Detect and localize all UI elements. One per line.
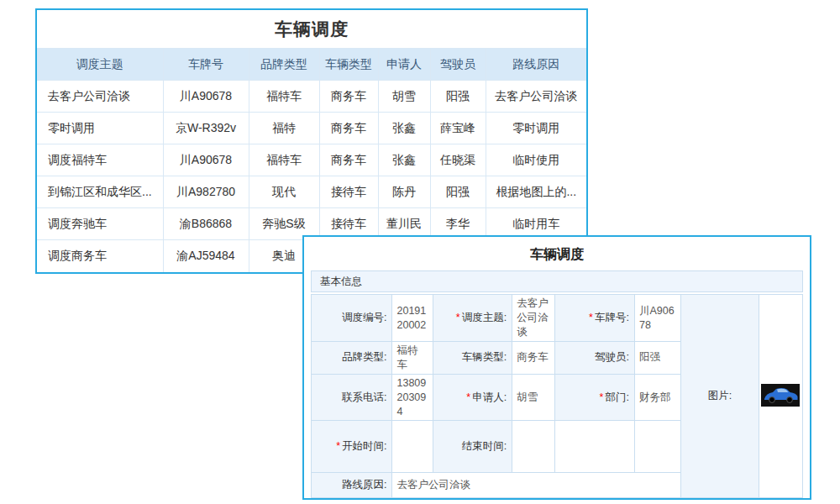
brand-cell: 福特车 xyxy=(249,81,319,113)
col-header-brand: 品牌类型 xyxy=(249,49,319,81)
driver-label: 驾驶员: xyxy=(555,342,634,375)
col-header-reason: 路线原因 xyxy=(486,49,586,81)
detail-panel-title: 车辆调度 xyxy=(304,237,810,270)
empty-cell xyxy=(634,421,680,473)
applicant-cell: 胡雪 xyxy=(378,81,430,113)
driver-value: 阳强 xyxy=(634,342,680,375)
reason-cell: 去客户公司洽谈 xyxy=(486,81,586,113)
plate-link[interactable]: 川A982780 xyxy=(163,176,249,208)
brand-cell: 福特 xyxy=(249,113,319,144)
col-header-subject: 调度主题 xyxy=(37,49,163,81)
table-header-row: 调度主题 车牌号 品牌类型 车辆类型 申请人 驾驶员 路线原因 xyxy=(37,49,586,81)
subject-value: 去客户公司洽谈 xyxy=(512,295,555,342)
start-time-label: *开始时间: xyxy=(312,421,392,473)
reason-cell: 临时使用 xyxy=(486,144,586,176)
detail-form-table: 调度编号: 2019120002 *调度主题: 去客户公司洽谈 *车牌号: 川A… xyxy=(311,294,803,498)
plate-link[interactable]: 川A90678 xyxy=(163,81,249,113)
plate-link[interactable]: 京W-R392v xyxy=(163,113,249,144)
plate-link[interactable]: 渝AJ59484 xyxy=(163,240,249,272)
col-header-type: 车辆类型 xyxy=(319,49,378,81)
route-reason-value: 去客户公司洽谈 xyxy=(392,473,681,498)
department-label: *部门: xyxy=(555,374,634,421)
applicant-cell: 张鑫 xyxy=(378,113,430,144)
vehicle-photo-thumbnail[interactable] xyxy=(761,397,800,409)
brand-label: 品牌类型: xyxy=(312,342,392,375)
brand-value: 福特车 xyxy=(392,342,433,375)
dispatch-no-value: 2019120002 xyxy=(392,295,433,342)
brand-cell: 福特车 xyxy=(249,144,319,176)
vehicle-type-label: 车辆类型: xyxy=(433,342,512,375)
reason-cell: 根据地图上的... xyxy=(486,176,586,208)
basic-info-section-header: 基本信息 xyxy=(311,270,803,292)
type-cell: 商务车 xyxy=(319,81,378,113)
subject-link[interactable]: 调度奔驰车 xyxy=(37,208,163,240)
type-cell: 接待车 xyxy=(319,176,378,208)
start-time-value xyxy=(392,421,433,473)
phone-label: 联系电话: xyxy=(312,374,392,421)
applicant-value: 胡雪 xyxy=(512,374,555,421)
subject-link[interactable]: 到锦江区和成华区... xyxy=(37,176,163,208)
form-row-1: 调度编号: 2019120002 *调度主题: 去客户公司洽谈 *车牌号: 川A… xyxy=(312,295,803,342)
required-asterisk: * xyxy=(336,440,340,452)
list-panel-title: 车辆调度 xyxy=(37,10,586,48)
department-value: 财务部 xyxy=(634,374,680,421)
applicant-label: *申请人: xyxy=(433,374,512,421)
route-reason-label: 路线原因: xyxy=(312,473,392,498)
col-header-driver: 驾驶员 xyxy=(430,49,486,81)
photo-cell xyxy=(759,295,802,498)
table-row: 到锦江区和成华区... 川A982780 现代 接待车 陈丹 阳强 根据地图上的… xyxy=(37,176,586,208)
type-cell: 商务车 xyxy=(319,113,378,144)
driver-link[interactable]: 阳强 xyxy=(430,81,486,113)
applicant-cell: 陈丹 xyxy=(378,176,430,208)
table-row: 调度福特车 川A90678 福特车 商务车 张鑫 任晓渠 临时使用 xyxy=(37,144,586,176)
required-asterisk: * xyxy=(466,391,470,403)
plate-value: 川A90678 xyxy=(634,295,680,342)
end-time-label: 结束时间: xyxy=(433,421,512,473)
photo-label: 图片: xyxy=(681,295,759,498)
subject-link[interactable]: 去客户公司洽谈 xyxy=(37,81,163,113)
driver-link[interactable]: 阳强 xyxy=(430,176,486,208)
col-header-plate: 车牌号 xyxy=(163,49,249,81)
type-cell: 商务车 xyxy=(319,144,378,176)
end-time-value xyxy=(512,421,555,473)
driver-link[interactable]: 薛宝峰 xyxy=(430,113,486,144)
required-asterisk: * xyxy=(589,312,593,323)
vehicle-dispatch-detail-panel: 车辆调度 基本信息 调度编号: 2019120002 *调度主题: 去客户公司洽… xyxy=(302,235,811,500)
applicant-cell: 张鑫 xyxy=(378,144,430,176)
subject-link[interactable]: 调度福特车 xyxy=(37,144,163,176)
plate-link[interactable]: 川A90678 xyxy=(163,144,249,176)
vehicle-dispatch-list-panel: 车辆调度 调度主题 车牌号 品牌类型 车辆类型 申请人 驾驶员 路线原因 去客户… xyxy=(35,8,588,274)
driver-link[interactable]: 任晓渠 xyxy=(430,144,486,176)
vehicle-type-value: 商务车 xyxy=(512,342,555,375)
reason-cell: 零时调用 xyxy=(486,113,586,144)
required-asterisk: * xyxy=(456,312,460,323)
col-header-applicant: 申请人 xyxy=(378,49,430,81)
required-asterisk: * xyxy=(600,391,604,403)
table-row: 去客户公司洽谈 川A90678 福特车 商务车 胡雪 阳强 去客户公司洽谈 xyxy=(37,81,586,113)
plate-link[interactable]: 渝B86868 xyxy=(163,208,249,240)
brand-cell: 现代 xyxy=(249,176,319,208)
subject-link[interactable]: 零时调用 xyxy=(37,113,163,144)
phone-value: 13809203094 xyxy=(392,374,433,421)
empty-cell xyxy=(555,421,634,473)
plate-label: *车牌号: xyxy=(555,295,634,342)
table-row: 零时调用 京W-R392v 福特 商务车 张鑫 薛宝峰 零时调用 xyxy=(37,113,586,144)
subject-link[interactable]: 调度商务车 xyxy=(37,240,163,272)
subject-label: *调度主题: xyxy=(433,295,512,342)
dispatch-no-label: 调度编号: xyxy=(312,295,392,342)
